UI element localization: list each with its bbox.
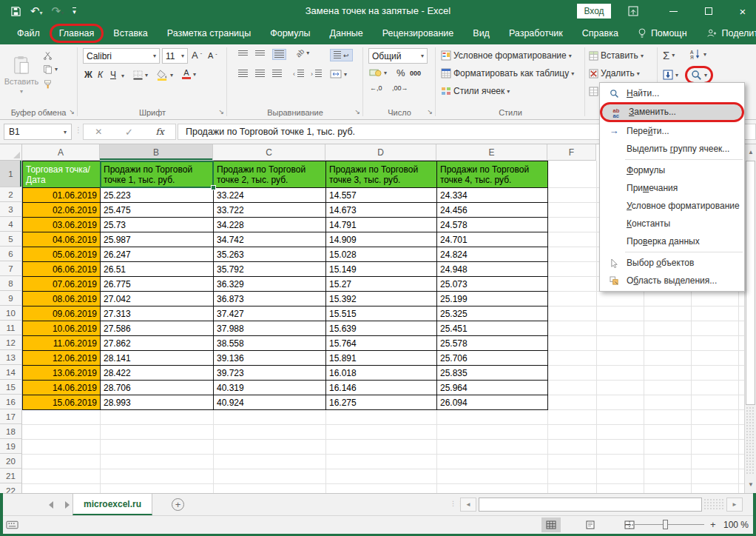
cell[interactable]: 25.706	[437, 351, 548, 366]
redo-icon[interactable]: ↷▾	[52, 4, 64, 18]
vertical-scrollbar[interactable]: ▲ ▼	[744, 144, 756, 493]
cell[interactable]: 24.456	[437, 203, 548, 218]
cell[interactable]: 15.639	[326, 321, 437, 336]
cell[interactable]: 36.329	[214, 277, 326, 292]
delete-cells-button[interactable]: Удалить▾	[589, 68, 640, 78]
cell[interactable]: 34.742	[214, 232, 326, 247]
ribbon-tab-9[interactable]: Справка	[573, 24, 628, 42]
insert-function-icon[interactable]: fx	[155, 127, 163, 137]
sheet-tab[interactable]: microexcel.ru	[72, 494, 152, 515]
cell[interactable]: 24.334	[437, 188, 548, 203]
column-header-F[interactable]: F	[547, 144, 596, 161]
row-header-15[interactable]: 15	[0, 380, 22, 395]
orientation-button[interactable]: ab▾	[296, 49, 309, 57]
cell[interactable]: 33.224	[214, 188, 326, 203]
cell[interactable]: 27.042	[101, 292, 214, 306]
formula-bar-splitter[interactable]: ⋮	[75, 126, 83, 134]
cell[interactable]: 10.06.2019	[23, 321, 101, 336]
cell[interactable]: 15.149	[326, 262, 437, 277]
menu-item-conditional-formatting[interactable]: Условное форматирование	[600, 197, 744, 215]
row-header-13[interactable]: 13	[0, 350, 22, 365]
increase-font-icon[interactable]: Аˆ	[192, 50, 202, 61]
undo-icon[interactable]: ↶▾	[30, 4, 43, 18]
underline-caret[interactable]: ▾	[121, 73, 124, 79]
select-all-corner[interactable]	[0, 144, 22, 161]
cell[interactable]: 24.701	[437, 232, 548, 247]
menu-item-replace[interactable]: abacЗаменить...	[600, 102, 744, 122]
align-left-icon[interactable]	[238, 70, 248, 78]
cell[interactable]: 26.51	[101, 262, 214, 277]
page-layout-view-button[interactable]	[581, 517, 600, 532]
column-header-B[interactable]: B	[100, 144, 213, 161]
minimize-button[interactable]	[663, 0, 684, 22]
menu-item-data-validation[interactable]: Проверка данных	[600, 232, 744, 250]
comma-style-icon[interactable]: 000	[410, 70, 421, 77]
zoom-out-icon[interactable]: −	[625, 519, 631, 530]
scroll-right-icon[interactable]: ►	[726, 498, 743, 512]
cell[interactable]: 01.06.2019	[23, 188, 101, 203]
cell[interactable]: 13.06.2019	[23, 366, 101, 381]
scroll-track[interactable]	[746, 406, 755, 475]
zoom-slider-track[interactable]	[635, 524, 704, 525]
cell[interactable]: 14.557	[326, 188, 437, 203]
header-cell[interactable]: Продажи по Торговой точке 1, тыс. руб.	[101, 161, 214, 188]
align-center-icon[interactable]	[255, 70, 265, 78]
name-box[interactable]: B1▾	[4, 124, 72, 140]
number-dialog-launcher-icon[interactable]: ↘	[427, 109, 433, 115]
cell[interactable]: 37.988	[214, 321, 326, 336]
percent-style-icon[interactable]: %	[396, 67, 405, 78]
scroll-down-icon[interactable]: ▼	[745, 478, 756, 491]
cell[interactable]: 25.475	[101, 203, 214, 218]
font-size-combo[interactable]: 11▾	[162, 48, 188, 64]
row-header-5[interactable]: 5	[0, 232, 22, 247]
cell[interactable]: 15.392	[326, 292, 437, 306]
ribbon-tab-11[interactable]: Поделиться	[697, 24, 756, 42]
cell[interactable]: 16.018	[326, 366, 437, 381]
zoom-level[interactable]: 100 %	[723, 520, 749, 530]
format-painter-button[interactable]	[43, 80, 53, 90]
header-cell[interactable]: Торговая точка/Дата	[23, 161, 101, 188]
cell[interactable]: 03.06.2019	[23, 218, 101, 232]
font-color-button[interactable]: А▾	[182, 69, 196, 79]
cell-styles-button[interactable]: Стили ячеек▾	[441, 86, 510, 96]
format-cells-icon[interactable]	[589, 87, 598, 96]
increase-decimal-icon[interactable]: ←,0	[370, 84, 382, 92]
prev-sheet-icon[interactable]	[49, 501, 53, 509]
row-header-22[interactable]: 22	[0, 483, 22, 493]
sort-filter-button[interactable]: АЯ▾	[689, 49, 706, 59]
cell[interactable]: 25.073	[437, 277, 548, 292]
header-cell[interactable]: Продажи по Торговой точке 2, тыс. руб.	[214, 161, 326, 188]
cell[interactable]: 25.578	[437, 336, 548, 351]
cell[interactable]: 09.06.2019	[23, 306, 101, 321]
cell[interactable]: 25.835	[437, 366, 548, 381]
menu-item-constants[interactable]: Константы	[600, 215, 744, 232]
decrease-indent-icon[interactable]: ‹	[293, 70, 304, 78]
ribbon-tab-1[interactable]: Главная	[50, 24, 104, 43]
fill-color-button[interactable]: ▾	[157, 70, 173, 81]
cell[interactable]: 25.987	[101, 232, 214, 247]
font-dialog-launcher-icon[interactable]: ↘	[218, 109, 224, 115]
horizontal-scroll-thumb[interactable]	[479, 498, 702, 512]
header-cell[interactable]: Продажи по Торговой точке 3, тыс. руб.	[326, 161, 437, 188]
cell[interactable]: 40.319	[214, 381, 326, 395]
cell[interactable]: 24.824	[437, 247, 548, 262]
row-header-16[interactable]: 16	[0, 395, 22, 409]
next-sheet-icon[interactable]	[65, 501, 70, 509]
menu-item-selection-pane[interactable]: Область выделения...	[600, 272, 744, 289]
menu-item-select-objects[interactable]: Выбор объектов	[600, 254, 744, 272]
cell[interactable]: 08.06.2019	[23, 292, 101, 306]
cell[interactable]: 27.586	[101, 321, 214, 336]
row-header-1[interactable]: 1	[0, 161, 22, 187]
cell[interactable]: 24.578	[437, 218, 548, 232]
cell[interactable]: 27.862	[101, 336, 214, 351]
cell[interactable]: 37.427	[214, 306, 326, 321]
new-sheet-button[interactable]: +	[172, 498, 184, 511]
cell[interactable]: 28.422	[101, 366, 214, 381]
cell[interactable]: 25.73	[101, 218, 214, 232]
ribbon-display-options-icon[interactable]	[623, 0, 644, 22]
row-header-9[interactable]: 9	[0, 291, 22, 306]
row-header-2[interactable]: 2	[0, 187, 22, 202]
cell[interactable]: 14.909	[326, 232, 437, 247]
row-header-7[interactable]: 7	[0, 261, 22, 276]
cell[interactable]: 33.722	[214, 203, 326, 218]
